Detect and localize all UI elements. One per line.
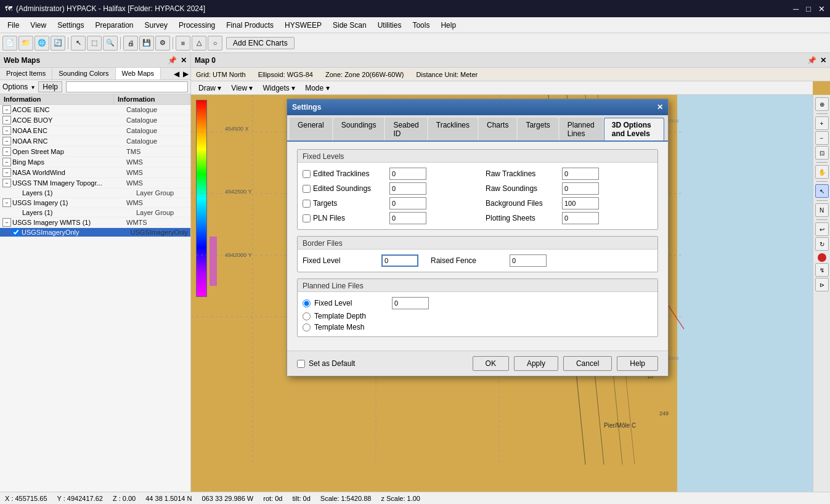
planned-line-files-title: Planned Line Files xyxy=(298,279,657,292)
dialog-footer: Set as Default OK Apply Cancel Help xyxy=(287,351,668,376)
tab-soundings[interactable]: Soundings xyxy=(333,118,384,140)
planned-line-files-section: Planned Line Files Fixed Level Template … xyxy=(297,278,658,337)
help-button[interactable]: Help xyxy=(617,356,658,371)
raw-soundings-label: Raw Soundings xyxy=(486,184,559,193)
edited-tracklines-label: Edited Tracklines xyxy=(313,169,387,178)
cancel-button[interactable]: Cancel xyxy=(563,356,612,371)
tab-3d-options[interactable]: 3D Options and Levels xyxy=(604,118,664,140)
raw-soundings-input[interactable] xyxy=(562,182,599,195)
template-mesh-radio-row: Template Mesh xyxy=(303,322,653,333)
pln-files-label: PLN Files xyxy=(313,214,387,222)
background-files-row: Background Files xyxy=(478,196,653,211)
dialog-close-icon[interactable]: ✕ xyxy=(657,103,663,112)
edited-tracklines-checkbox[interactable] xyxy=(303,170,311,178)
dialog-overlay: Settings ✕ General Soundings Seabed ID T… xyxy=(0,0,830,504)
border-files-title: Border Files xyxy=(298,237,657,250)
plotting-sheets-label: Plotting Sheets xyxy=(486,214,559,222)
border-files-section: Border Files Fixed Level Raised Fence xyxy=(297,236,658,272)
fixed-levels-title: Fixed Levels xyxy=(298,150,657,163)
template-depth-radio-row: Template Depth xyxy=(303,311,653,322)
fixed-level-radio-input[interactable] xyxy=(392,297,429,309)
targets-label: Targets xyxy=(313,199,387,208)
tab-general[interactable]: General xyxy=(290,118,332,140)
fixed-level-radio-label: Fixed Level xyxy=(314,299,388,307)
raw-tracklines-row: Raw Tracklines xyxy=(478,166,653,181)
template-depth-radio[interactable] xyxy=(303,312,311,320)
fixed-levels-grid: Edited Tracklines Edited Soundings Targe… xyxy=(298,163,657,229)
dialog-title-bar[interactable]: Settings ✕ xyxy=(287,99,668,115)
pln-files-checkbox[interactable] xyxy=(303,214,311,222)
dialog-title-text: Settings xyxy=(292,103,321,112)
ok-button[interactable]: OK xyxy=(473,356,509,371)
template-depth-label: Template Depth xyxy=(314,312,388,320)
planned-section-content: Fixed Level Template Depth Template Mesh xyxy=(298,292,657,336)
footer-right: OK Apply Cancel Help xyxy=(473,356,658,371)
raised-fence-input[interactable] xyxy=(510,254,547,267)
set-default-label: Set as Default xyxy=(309,359,355,368)
targets-checkbox[interactable] xyxy=(303,200,311,208)
targets-input[interactable] xyxy=(389,197,426,209)
pln-files-input[interactable] xyxy=(389,212,426,224)
dialog-content: Fixed Levels Edited Tracklines Edited So… xyxy=(287,142,668,351)
border-fixed-level-label: Fixed Level xyxy=(303,256,376,265)
edited-soundings-input[interactable] xyxy=(389,182,426,195)
raw-tracklines-label: Raw Tracklines xyxy=(486,169,559,178)
plotting-sheets-row: Plotting Sheets xyxy=(478,211,653,226)
pln-files-row: PLN Files xyxy=(303,211,477,226)
raised-fence-label: Raised Fence xyxy=(431,256,505,265)
apply-button[interactable]: Apply xyxy=(514,356,558,371)
targets-row: Targets xyxy=(303,196,477,211)
col-left: Edited Tracklines Edited Soundings Targe… xyxy=(303,166,477,226)
tab-tracklines[interactable]: Tracklines xyxy=(428,118,478,140)
template-mesh-label: Template Mesh xyxy=(314,323,388,331)
settings-dialog: Settings ✕ General Soundings Seabed ID T… xyxy=(287,99,669,376)
tab-planned-lines[interactable]: Planned Lines xyxy=(559,118,603,140)
plotting-sheets-input[interactable] xyxy=(562,212,599,224)
edited-tracklines-row: Edited Tracklines xyxy=(303,166,477,181)
tab-targets[interactable]: Targets xyxy=(518,118,558,140)
edited-soundings-checkbox[interactable] xyxy=(303,185,311,193)
border-fixed-level-row: Fixed Level Raised Fence xyxy=(303,253,653,268)
fixed-level-radio-row: Fixed Level xyxy=(303,296,653,311)
fixed-level-radio[interactable] xyxy=(303,299,311,307)
edited-tracklines-input[interactable] xyxy=(389,168,426,180)
tab-seabed-id[interactable]: Seabed ID xyxy=(385,118,426,140)
template-mesh-radio[interactable] xyxy=(303,323,311,331)
dialog-tabs: General Soundings Seabed ID Tracklines C… xyxy=(287,115,668,142)
background-files-input[interactable] xyxy=(562,197,599,209)
fixed-levels-section: Fixed Levels Edited Tracklines Edited So… xyxy=(297,149,658,230)
edited-soundings-row: Edited Soundings xyxy=(303,181,477,196)
col-right: Raw Tracklines Raw Soundings Background … xyxy=(478,166,653,226)
set-default-checkbox[interactable] xyxy=(297,360,305,368)
raw-soundings-row: Raw Soundings xyxy=(478,181,653,196)
edited-soundings-label: Edited Soundings xyxy=(313,184,387,193)
footer-left: Set as Default xyxy=(297,359,355,368)
border-fixed-level-input[interactable] xyxy=(381,254,418,267)
raw-tracklines-input[interactable] xyxy=(562,168,599,180)
background-files-label: Background Files xyxy=(486,199,559,208)
tab-charts[interactable]: Charts xyxy=(479,118,516,140)
border-section-content: Fixed Level Raised Fence xyxy=(298,250,657,272)
